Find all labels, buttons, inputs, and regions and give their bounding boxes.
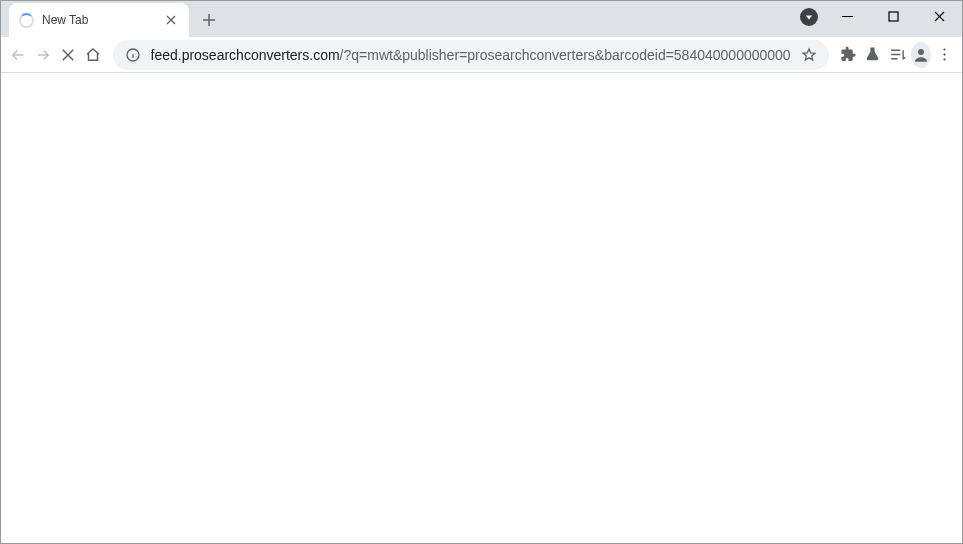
close-icon: [166, 15, 176, 25]
dots-vertical-icon: [936, 46, 953, 63]
extensions-button[interactable]: [837, 40, 860, 70]
reading-list-icon: [889, 46, 906, 63]
svg-point-4: [943, 53, 945, 55]
arrow-right-icon: [34, 46, 52, 64]
svg-point-3: [943, 48, 945, 50]
puzzle-icon: [840, 46, 857, 63]
close-window-button[interactable]: [916, 1, 962, 31]
address-bar[interactable]: feed.prosearchconverters.com/?q=mwt&publ…: [113, 40, 829, 70]
loading-spinner-icon: [19, 13, 34, 28]
home-button[interactable]: [82, 40, 105, 70]
reading-list-button[interactable]: [886, 40, 909, 70]
svg-point-2: [918, 49, 924, 55]
back-button[interactable]: [7, 40, 30, 70]
home-icon: [84, 46, 102, 64]
close-tab-button[interactable]: [163, 12, 179, 28]
stop-reload-button[interactable]: [57, 40, 80, 70]
minimize-window-button[interactable]: [824, 1, 870, 31]
tab-title: New Tab: [42, 13, 155, 27]
browser-tab[interactable]: New Tab: [9, 3, 189, 37]
bookmark-star-icon[interactable]: [801, 47, 817, 63]
triangle-down-icon: [805, 13, 813, 21]
url-text: feed.prosearchconverters.com/?q=mwt&publ…: [151, 47, 791, 63]
site-info-icon[interactable]: [125, 47, 141, 63]
close-icon: [934, 11, 945, 22]
plus-icon: [202, 13, 216, 27]
svg-rect-0: [889, 12, 898, 21]
extension-indicator[interactable]: [800, 8, 818, 26]
arrow-left-icon: [9, 46, 27, 64]
flask-icon: [864, 46, 881, 63]
svg-point-5: [943, 58, 945, 60]
titlebar: New Tab: [1, 1, 962, 37]
page-content: [1, 73, 962, 543]
person-icon: [912, 46, 930, 64]
close-icon: [59, 46, 77, 64]
labs-button[interactable]: [862, 40, 885, 70]
menu-button[interactable]: [933, 40, 956, 70]
maximize-window-button[interactable]: [870, 1, 916, 31]
new-tab-button[interactable]: [195, 6, 223, 34]
forward-button[interactable]: [32, 40, 55, 70]
toolbar: feed.prosearchconverters.com/?q=mwt&publ…: [1, 37, 962, 73]
maximize-icon: [888, 11, 899, 22]
profile-button[interactable]: [911, 42, 931, 68]
minimize-icon: [842, 11, 853, 22]
